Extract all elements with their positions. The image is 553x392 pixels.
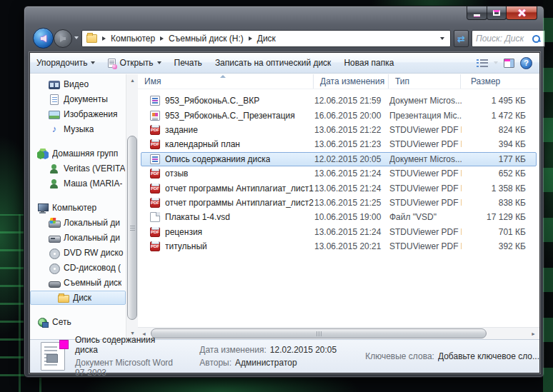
sidebar-item-image[interactable]: Изображения — [30, 107, 126, 121]
horizontal-scrollbar-thumb[interactable] — [151, 328, 487, 338]
computer-icon — [37, 203, 49, 213]
file-size: 177 КБ — [462, 154, 536, 164]
sidebar-item-video[interactable]: Видео — [30, 77, 126, 91]
file-rows: 953_РябоконьА.С._ВКР12.06.2015 21:59Доку… — [138, 89, 539, 253]
back-button[interactable] — [33, 28, 54, 49]
chevron-down-icon — [157, 61, 161, 64]
sidebar-item-label: Съемный диск — [64, 278, 121, 288]
sidebar: ВидеоДокументыИзображения♪МузыкаДомашняя… — [30, 74, 126, 339]
address-dropdown-button[interactable] — [437, 36, 447, 41]
change-view-icon[interactable] — [477, 59, 488, 68]
burn-to-disc-button[interactable]: Записать на оптический диск — [209, 53, 338, 73]
sidebar-item-network[interactable]: Сеть — [30, 315, 126, 329]
sidebar-item-label: Маша (MARIA- — [64, 179, 122, 189]
file-date: 13.06.2015 21:22 — [314, 125, 389, 135]
details-authors-label: Авторы: — [199, 358, 231, 368]
sidebar-scrollbar[interactable]: ▲ ▼ — [126, 74, 138, 339]
table-row[interactable]: PDFзадание13.06.2015 21:22STDUViewer PDF… — [141, 123, 537, 137]
sidebar-item-dvd[interactable]: DVD RW диско — [30, 246, 126, 260]
details-authors-value[interactable]: Администратор — [235, 358, 297, 368]
pdf-file-icon: PDF — [150, 241, 160, 251]
preview-pane-icon[interactable] — [504, 59, 514, 68]
maximize-button[interactable] — [487, 6, 507, 20]
maximize-icon — [493, 10, 500, 16]
table-row[interactable]: PDFотчет программы Антиплагиат_лист213.0… — [141, 196, 537, 210]
sidebar-item-homegroup[interactable]: Домашняя групп — [30, 146, 126, 161]
table-row[interactable]: Плакаты 1-4.vsd10.06.2015 19:00Файл "VSD… — [141, 210, 537, 224]
print-label: Печать — [174, 58, 202, 68]
sidebar-item-disk[interactable]: Локальный ди — [30, 231, 126, 245]
file-list-area: Имя Дата изменения Тип Размер 953_Рябоко… — [138, 74, 539, 339]
explorer-window: Компьютер Съемный диск (H:) Диск ⇄ Поиск… — [24, 6, 544, 378]
sidebar-item-document[interactable]: Документы — [30, 92, 126, 106]
new-folder-button[interactable]: Новая папка — [337, 53, 400, 73]
view-dropdown-icon[interactable] — [494, 61, 498, 64]
sidebar-item-computer[interactable]: Компьютер — [30, 201, 126, 215]
file-name-cell: PDFотзыв — [141, 169, 314, 179]
horizontal-scrollbar[interactable]: ◄ ► — [138, 327, 539, 339]
file-name: Плакаты 1-4.vsd — [165, 212, 230, 222]
sidebar-item-music[interactable]: ♪Музыка — [30, 122, 126, 136]
minimize-button[interactable] — [467, 6, 487, 20]
toolbar-right-icons: ? — [477, 57, 539, 69]
sidebar-item-folder[interactable]: Диск — [30, 291, 126, 305]
sidebar-item-user[interactable]: Veritas (VERITA — [30, 161, 126, 176]
open-button[interactable]: Открыть — [101, 53, 167, 73]
details-keywords-value[interactable]: Добавьте ключевое сло... — [438, 351, 539, 361]
table-row[interactable]: Опись содержаниия диска12.02.2015 20:05Д… — [141, 152, 537, 166]
details-file-title: Опись содержаниия диска — [75, 335, 179, 355]
breadcrumb-computer[interactable]: Компьютер — [111, 34, 155, 44]
table-row[interactable]: PDFкалендарный план13.06.2015 21:23STDUV… — [141, 137, 537, 151]
breadcrumb-disk[interactable]: Диск — [257, 34, 276, 44]
file-date: 13.06.2015 20:21 — [314, 241, 389, 251]
folder-icon — [86, 34, 97, 43]
file-name: Опись содержаниия диска — [165, 154, 270, 164]
details-date-value: 12.02.2015 20:05 — [270, 345, 337, 355]
search-icon[interactable] — [532, 34, 541, 44]
forward-button[interactable] — [54, 29, 72, 48]
refresh-button[interactable]: ⇄ — [454, 30, 469, 47]
details-title-block: Опись содержаниия диска Документ Microso… — [75, 335, 179, 378]
sidebar-item-removable[interactable]: Съемный диск — [30, 276, 126, 290]
file-type: Документ Micros... — [389, 154, 462, 164]
file-date: 16.06.2015 20:00 — [314, 111, 389, 121]
file-name-cell: PDFтитульный — [141, 241, 314, 251]
file-name: титульный — [165, 241, 207, 251]
sidebar-item-disk-os[interactable]: Локальный ди — [30, 216, 126, 230]
organize-button[interactable]: Упорядочить — [30, 53, 101, 73]
sidebar-item-cd[interactable]: CD-дисковод ( — [30, 261, 126, 275]
column-header-type[interactable]: Тип — [389, 74, 461, 89]
print-button[interactable]: Печать — [168, 53, 209, 73]
table-row[interactable]: 953_РябоконьА.С._Презентация16.06.2015 2… — [141, 108, 537, 122]
user-icon — [49, 164, 60, 174]
sidebar-scrollbar-thumb[interactable] — [127, 136, 137, 320]
column-header-date[interactable]: Дата изменения — [314, 74, 389, 89]
search-box[interactable]: Поиск: Диск — [472, 30, 545, 47]
file-type: STDUViewer PDF F... — [389, 139, 462, 149]
table-row[interactable]: PDFтитульный13.06.2015 20:21STDUViewer P… — [141, 239, 537, 253]
pdf-file-icon: PDF — [150, 184, 160, 194]
column-header-size[interactable]: Размер — [461, 74, 539, 89]
sidebar-item-label: Диск — [73, 293, 91, 303]
breadcrumb-removable-disk[interactable]: Съемный диск (H:) — [169, 34, 244, 44]
table-row[interactable]: PDFрецензия13.06.2015 21:24STDUViewer PD… — [141, 225, 537, 239]
file-size: 1 495 КБ — [462, 96, 536, 106]
table-row[interactable]: 953_РябоконьА.С._ВКР12.06.2015 21:59Доку… — [141, 94, 537, 108]
column-header-name[interactable]: Имя — [138, 74, 314, 89]
help-icon[interactable]: ? — [520, 57, 532, 69]
recent-pages-dropdown[interactable] — [74, 36, 79, 39]
music-icon: ♪ — [49, 124, 60, 135]
file-size: 1 358 КБ — [462, 184, 536, 194]
open-document-icon — [108, 59, 116, 68]
scroll-up-icon[interactable]: ▲ — [126, 74, 139, 86]
scroll-right-icon[interactable]: ► — [527, 328, 539, 340]
sidebar-item-user[interactable]: Маша (MARIA- — [30, 176, 126, 191]
table-row[interactable]: PDFотчет программы Антиплагиат_лист113.0… — [141, 181, 537, 195]
file-size: 394 КБ — [462, 139, 536, 149]
close-button[interactable] — [506, 6, 537, 20]
table-row[interactable]: PDFотзыв13.06.2015 21:24STDUViewer PDF F… — [141, 166, 537, 181]
address-bar[interactable]: Компьютер Съемный диск (H:) Диск — [81, 30, 451, 47]
file-date: 13.06.2015 21:24 — [314, 184, 389, 194]
details-meta-block: Дата изменения: 12.02.2015 20:05 Авторы:… — [199, 345, 337, 368]
details-pane: Опись содержаниия диска Документ Microso… — [30, 339, 539, 373]
